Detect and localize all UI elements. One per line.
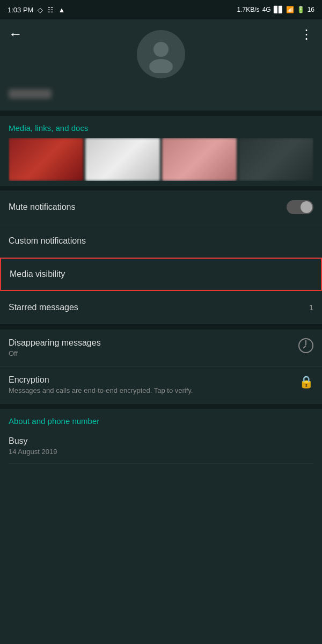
custom-notifications-label: Custom notifications [9, 236, 86, 246]
wifi-icon: 📶 [286, 6, 294, 13]
media-section-title: Media, links, and docs [9, 123, 313, 133]
avatar-silhouette [142, 35, 180, 73]
back-button[interactable]: ← [9, 27, 23, 41]
signal-icon: ▊▊ [274, 6, 283, 13]
svg-point-1 [149, 59, 173, 73]
status-right: 1.7KB/s 4G ▊▊ 📶 🔋 16 [237, 6, 314, 13]
mute-notifications-toggle[interactable] [287, 200, 313, 214]
media-visibility-item[interactable]: Media visibility [0, 258, 322, 291]
disappearing-messages-item[interactable]: Disappearing messages Off [0, 330, 322, 367]
top-bar: ← ⋮ [0, 19, 322, 111]
custom-notifications-item[interactable]: Custom notifications [0, 224, 322, 258]
avatar [137, 30, 185, 78]
lock-icon: 🔒 [299, 375, 313, 389]
timer-hand-2 [303, 345, 306, 348]
starred-messages-badge: 1 [309, 303, 313, 312]
mute-notifications-label: Mute notifications [9, 202, 76, 212]
about-section-title: About and phone number [9, 416, 313, 426]
about-item-busy[interactable]: Busy 14 August 2019 [9, 431, 313, 464]
facebook-icon: ◇ [38, 6, 43, 14]
encryption-item[interactable]: Encryption Messages and calls are end-to… [0, 367, 322, 404]
media-thumb-2[interactable] [85, 138, 160, 181]
mute-notifications-item[interactable]: Mute notifications [0, 191, 322, 224]
starred-messages-label: Starred messages [9, 303, 78, 312]
divider-3 [0, 324, 322, 330]
status-time: 1:03 PM [8, 6, 33, 14]
media-thumbnails[interactable] [9, 138, 313, 181]
contact-name-blurred [9, 89, 52, 99]
about-status-date: 14 August 2019 [9, 448, 313, 456]
divider-4 [0, 404, 322, 409]
disappearing-messages-icon [298, 338, 313, 353]
media-visibility-label: Media visibility [10, 269, 65, 279]
media-section: Media, links, and docs [0, 116, 322, 186]
more-options-button[interactable]: ⋮ [300, 27, 313, 42]
grid-icon: ☷ [47, 6, 54, 14]
media-thumb-1[interactable] [9, 138, 83, 181]
battery-level: 16 [308, 6, 314, 13]
encryption-content: Encryption Messages and calls are end-to… [9, 375, 299, 394]
toggle-knob [301, 201, 312, 213]
disappearing-messages-sublabel: Off [9, 349, 101, 357]
network-speed: 1.7KB/s [237, 6, 260, 13]
encryption-label: Encryption [9, 375, 299, 385]
avatar-container [137, 30, 185, 78]
media-thumb-3[interactable] [162, 138, 237, 181]
media-thumb-4[interactable] [239, 138, 313, 181]
starred-messages-item[interactable]: Starred messages 1 [0, 291, 322, 324]
about-status-label: Busy [9, 436, 313, 446]
disappearing-messages-content: Disappearing messages Off [9, 338, 101, 357]
network-type-icon: 4G [262, 6, 271, 13]
alert-icon: ▲ [58, 6, 65, 14]
divider-2 [0, 186, 322, 191]
status-bar: 1:03 PM ◇ ☷ ▲ 1.7KB/s 4G ▊▊ 📶 🔋 16 [0, 0, 322, 19]
status-left: 1:03 PM ◇ ☷ ▲ [8, 6, 65, 14]
about-section: About and phone number Busy 14 August 20… [0, 409, 322, 466]
battery-icon: 🔋 [297, 6, 305, 13]
timer-hand [305, 340, 306, 345]
divider-1 [0, 111, 322, 116]
encryption-sublabel: Messages and calls are end-to-end encryp… [9, 386, 255, 394]
disappearing-messages-label: Disappearing messages [9, 338, 101, 348]
svg-point-0 [153, 42, 169, 57]
